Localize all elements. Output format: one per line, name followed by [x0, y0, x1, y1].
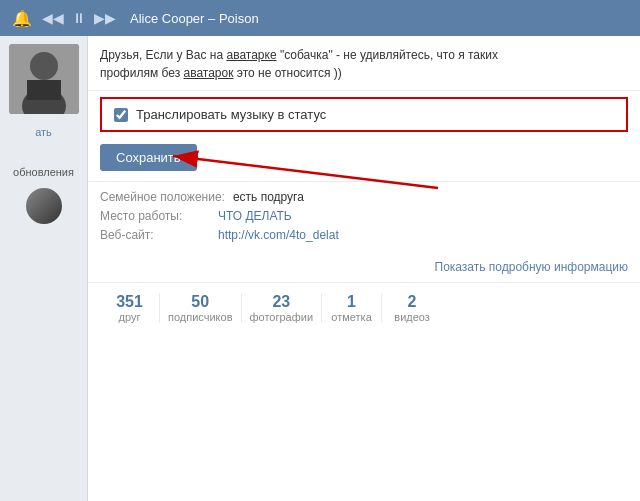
website-label: Веб-сайт: — [100, 228, 210, 242]
avatar — [9, 44, 79, 114]
stat-friends[interactable]: 351 друг — [100, 293, 160, 323]
stats-row: 351 друг 50 подписчиков 23 фотографии 1 … — [88, 282, 640, 333]
next-button[interactable]: ▶▶ — [94, 10, 116, 26]
info-row-work: Место работы: ЧТО ДЕЛАТЬ — [100, 209, 628, 223]
stat-friends-label: друг — [119, 311, 141, 323]
family-label: Семейное положение: — [100, 190, 225, 204]
save-btn-container: Сохранить — [88, 138, 640, 181]
main-layout: ать обновления Друзья, Если у Вас на ава… — [0, 36, 640, 501]
show-more: Показать подробную информацию — [88, 255, 640, 282]
sidebar-avatar-small — [26, 188, 62, 224]
media-bar: 🔔 ◀◀ ⏸ ▶▶ Alice Cooper – Poison — [0, 0, 640, 36]
family-value: есть подруга — [233, 190, 304, 204]
text-avatarka: аватарке — [226, 48, 276, 62]
sidebar: ать обновления — [0, 36, 88, 501]
text-avatarok: аватарок — [184, 66, 234, 80]
text-block: Друзья, Если у Вас на аватарке "собачка"… — [88, 36, 640, 91]
checkbox-section: Транслировать музыку в статус — [100, 97, 628, 132]
stat-subscribers[interactable]: 50 подписчиков — [160, 293, 242, 323]
content-area: Друзья, Если у Вас на аватарке "собачка"… — [88, 36, 640, 501]
stat-photos-label: фотографии — [250, 311, 314, 323]
profile-info: Семейное положение: есть подруга Место р… — [88, 181, 640, 255]
info-row-website: Веб-сайт: http://vk.com/4to_delat — [100, 228, 628, 242]
stat-subscribers-label: подписчиков — [168, 311, 233, 323]
music-status-checkbox[interactable] — [114, 108, 128, 122]
stat-subscribers-number: 50 — [191, 293, 209, 311]
updates-label: обновления — [9, 162, 78, 182]
work-value[interactable]: ЧТО ДЕЛАТЬ — [218, 209, 292, 223]
stat-photos-number: 23 — [272, 293, 290, 311]
work-label: Место работы: — [100, 209, 210, 223]
prev-button[interactable]: ◀◀ — [42, 10, 64, 26]
pause-button[interactable]: ⏸ — [72, 10, 86, 26]
avatar-image — [9, 44, 79, 114]
stat-marks-label: отметка — [331, 311, 371, 323]
media-title: Alice Cooper – Poison — [130, 11, 259, 26]
stat-videos-number: 2 — [408, 293, 417, 311]
svg-rect-3 — [27, 80, 61, 100]
save-button[interactable]: Сохранить — [100, 144, 197, 171]
bell-icon[interactable]: 🔔 — [12, 9, 32, 28]
media-controls: ◀◀ ⏸ ▶▶ — [42, 10, 116, 26]
checkbox-label: Транслировать музыку в статус — [136, 107, 326, 122]
stat-marks[interactable]: 1 отметка — [322, 293, 382, 323]
stat-friends-number: 351 — [116, 293, 143, 311]
stat-videos-label: видеоз — [394, 311, 430, 323]
action-button[interactable]: ать — [31, 122, 56, 142]
stat-videos[interactable]: 2 видеоз — [382, 293, 442, 323]
show-more-link[interactable]: Показать подробную информацию — [435, 260, 629, 274]
stat-photos[interactable]: 23 фотографии — [242, 293, 323, 323]
info-row-family: Семейное положение: есть подруга — [100, 190, 628, 204]
svg-point-1 — [30, 52, 58, 80]
stat-marks-number: 1 — [347, 293, 356, 311]
website-value[interactable]: http://vk.com/4to_delat — [218, 228, 339, 242]
